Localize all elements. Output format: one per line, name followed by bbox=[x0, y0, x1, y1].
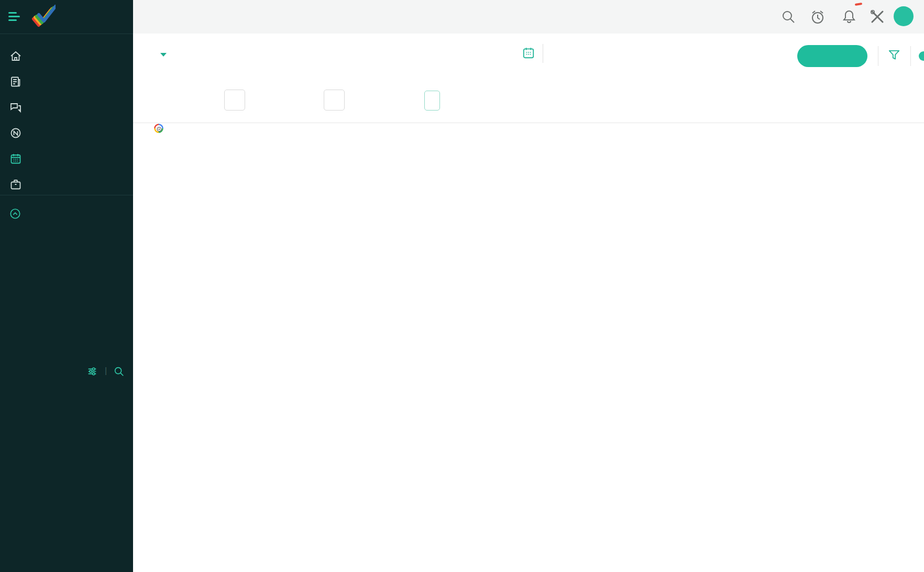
chat-icon bbox=[9, 101, 22, 114]
calendar-grid bbox=[152, 123, 922, 436]
projects-logo-icon bbox=[30, 4, 56, 29]
divider bbox=[878, 46, 878, 66]
chevron-up-circle-icon bbox=[9, 208, 21, 219]
chevron-down-icon bbox=[160, 53, 167, 57]
sidebar-item-discuss[interactable] bbox=[0, 95, 133, 119]
divider: | bbox=[105, 360, 107, 381]
sidebar-divider bbox=[0, 195, 133, 195]
status-filter-chip[interactable] bbox=[324, 90, 345, 111]
home-icon bbox=[9, 50, 22, 62]
filter-icon[interactable] bbox=[887, 48, 901, 62]
divider bbox=[910, 46, 911, 66]
reports-icon bbox=[9, 127, 22, 139]
tools-icon[interactable] bbox=[870, 9, 885, 25]
feed-icon bbox=[9, 75, 22, 88]
sidebar-item-home[interactable] bbox=[0, 44, 133, 68]
add-global-button[interactable] bbox=[894, 6, 914, 26]
view-selector-dropdown[interactable] bbox=[156, 48, 167, 60]
filter-bar bbox=[133, 82, 924, 123]
bell-icon[interactable] bbox=[841, 9, 857, 25]
sliders-icon[interactable] bbox=[86, 366, 98, 377]
calendar-icon bbox=[9, 152, 22, 165]
search-projects-icon[interactable] bbox=[113, 366, 125, 377]
sidebar-item-projects[interactable] bbox=[0, 172, 133, 196]
work-overview-header[interactable] bbox=[0, 203, 133, 224]
topbar bbox=[133, 0, 924, 34]
logo-row bbox=[0, 0, 133, 34]
clear-filters-button[interactable] bbox=[424, 91, 440, 111]
sidebar: | bbox=[0, 0, 133, 572]
date-picker-icon[interactable] bbox=[522, 46, 535, 60]
sidebar-item-reports[interactable] bbox=[0, 121, 133, 145]
sync-icon[interactable] bbox=[153, 123, 164, 134]
sidebar-item-feed[interactable] bbox=[0, 70, 133, 94]
search-icon[interactable] bbox=[780, 9, 796, 25]
add-activity-button[interactable] bbox=[797, 45, 867, 67]
hamburger-menu-icon[interactable] bbox=[8, 12, 21, 21]
assignee-filter-chip[interactable] bbox=[224, 90, 245, 111]
timer-icon[interactable] bbox=[810, 9, 826, 25]
divider bbox=[543, 44, 543, 63]
recent-projects-header: | bbox=[0, 360, 133, 381]
calendar-toolbar bbox=[133, 34, 924, 82]
briefcase-icon bbox=[9, 178, 22, 191]
more-icon[interactable] bbox=[919, 51, 924, 61]
notification-badge bbox=[855, 3, 862, 6]
sidebar-item-calendar[interactable] bbox=[0, 147, 133, 171]
